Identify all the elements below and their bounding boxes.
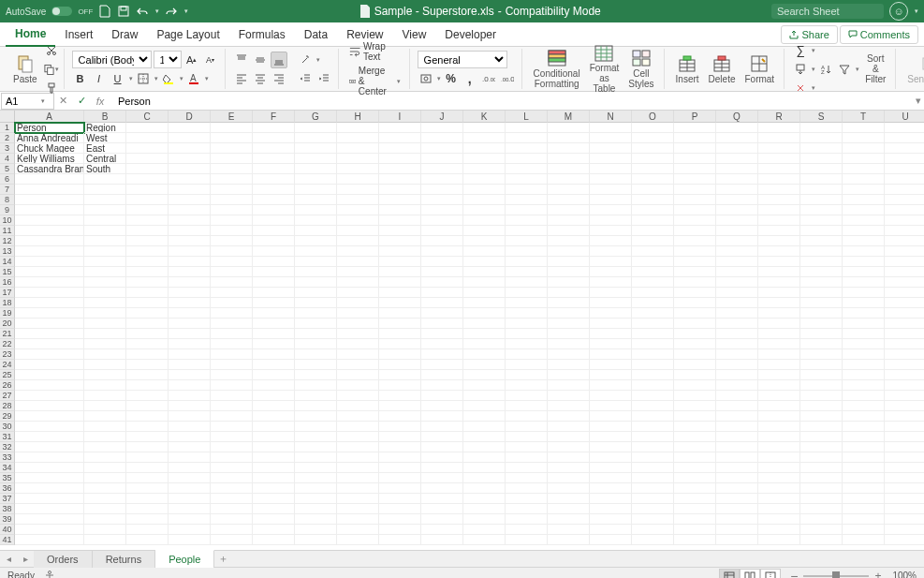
cell[interactable] <box>800 123 843 133</box>
cell[interactable] <box>885 164 924 174</box>
row-header[interactable]: 39 <box>0 514 15 525</box>
cell[interactable] <box>379 185 421 195</box>
cell[interactable] <box>295 246 337 257</box>
row-header[interactable]: 9 <box>0 205 15 215</box>
cell[interactable] <box>885 133 924 143</box>
cell[interactable] <box>169 360 211 370</box>
cell[interactable] <box>421 185 463 195</box>
zoom-out-button[interactable]: − <box>790 569 798 579</box>
cell[interactable] <box>169 319 211 329</box>
cell[interactable] <box>421 226 463 236</box>
cell[interactable] <box>548 298 590 308</box>
cell[interactable] <box>169 422 211 432</box>
name-box-dropdown[interactable]: ▾ <box>41 97 45 105</box>
cell[interactable] <box>169 246 211 257</box>
cell[interactable] <box>421 535 463 545</box>
cell[interactable] <box>758 195 800 205</box>
cell[interactable] <box>885 267 924 277</box>
cell[interactable] <box>674 411 716 422</box>
cell[interactable] <box>843 154 885 164</box>
cell[interactable] <box>253 535 295 545</box>
cell[interactable] <box>126 401 169 411</box>
cell[interactable] <box>211 463 253 473</box>
cell[interactable] <box>506 473 548 483</box>
cell[interactable] <box>295 411 337 422</box>
column-header[interactable]: F <box>253 111 295 123</box>
cell[interactable] <box>590 422 632 432</box>
cell[interactable] <box>716 226 758 236</box>
cell[interactable] <box>379 164 421 174</box>
cell[interactable] <box>337 494 379 504</box>
cell[interactable] <box>716 133 758 143</box>
cell[interactable] <box>758 339 800 349</box>
cell[interactable] <box>169 133 211 143</box>
row-header[interactable]: 12 <box>0 236 15 246</box>
cell[interactable] <box>211 401 253 411</box>
cell[interactable] <box>800 339 843 349</box>
cell[interactable] <box>211 360 253 370</box>
cell[interactable] <box>379 277 421 288</box>
cell[interactable] <box>885 123 924 133</box>
cell[interactable] <box>421 432 463 442</box>
cell[interactable] <box>506 123 548 133</box>
cell[interactable] <box>632 432 674 442</box>
cell[interactable] <box>126 257 169 267</box>
cell[interactable] <box>253 360 295 370</box>
save-icon[interactable] <box>117 5 130 18</box>
cell[interactable] <box>421 277 463 288</box>
cell[interactable] <box>15 452 84 463</box>
cell[interactable] <box>421 308 463 319</box>
cell[interactable] <box>716 442 758 452</box>
cell[interactable] <box>843 411 885 422</box>
cell[interactable] <box>84 246 126 257</box>
row-header[interactable]: 34 <box>0 463 15 473</box>
cell[interactable] <box>758 514 800 525</box>
cell[interactable] <box>337 504 379 514</box>
cell[interactable] <box>84 370 126 380</box>
cell[interactable] <box>84 288 126 298</box>
cell[interactable] <box>716 360 758 370</box>
cell[interactable] <box>126 298 169 308</box>
cell[interactable] <box>590 123 632 133</box>
cell[interactable] <box>758 154 800 164</box>
cell[interactable] <box>421 288 463 298</box>
cell[interactable] <box>295 319 337 329</box>
cell[interactable] <box>15 236 84 246</box>
cell[interactable] <box>463 215 506 226</box>
cell[interactable] <box>800 349 843 360</box>
share-button[interactable]: Share <box>781 25 837 44</box>
cell[interactable] <box>421 215 463 226</box>
borders-dropdown[interactable]: ▾ <box>154 75 158 82</box>
cell[interactable] <box>590 494 632 504</box>
format-as-table-button[interactable]: Format as Table <box>586 49 623 90</box>
cell[interactable] <box>126 391 169 401</box>
cell[interactable] <box>758 442 800 452</box>
cell[interactable] <box>843 525 885 535</box>
cell[interactable] <box>548 380 590 391</box>
cell[interactable] <box>590 246 632 257</box>
cell[interactable] <box>716 411 758 422</box>
cell[interactable] <box>758 360 800 370</box>
cell[interactable] <box>15 463 84 473</box>
cell[interactable] <box>632 195 674 205</box>
cell[interactable] <box>211 514 253 525</box>
cell[interactable] <box>337 246 379 257</box>
fill-color-button[interactable] <box>160 70 177 87</box>
cell[interactable] <box>590 174 632 185</box>
cell[interactable] <box>379 267 421 277</box>
cell[interactable] <box>169 463 211 473</box>
cell[interactable] <box>590 483 632 494</box>
cell[interactable] <box>295 525 337 535</box>
cell[interactable] <box>126 205 169 215</box>
cell[interactable] <box>506 308 548 319</box>
column-header[interactable]: N <box>590 111 632 123</box>
column-header[interactable]: R <box>758 111 800 123</box>
cell[interactable] <box>548 174 590 185</box>
cell[interactable] <box>126 494 169 504</box>
cell[interactable] <box>211 452 253 463</box>
cell[interactable] <box>885 422 924 432</box>
cell[interactable] <box>843 514 885 525</box>
cell[interactable] <box>632 143 674 154</box>
cell[interactable] <box>590 380 632 391</box>
cell[interactable] <box>506 133 548 143</box>
